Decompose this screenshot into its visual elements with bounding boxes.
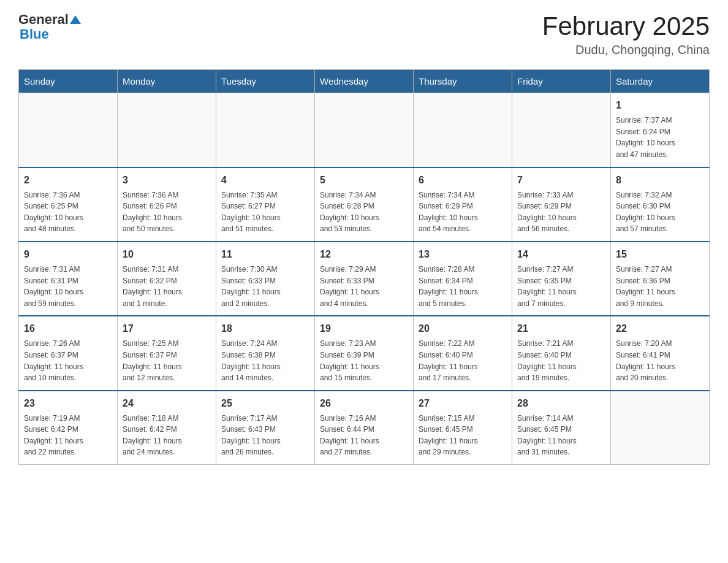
day-number: 17 <box>123 321 211 336</box>
calendar-day-cell: 16Sunrise: 7:26 AM Sunset: 6:37 PM Dayli… <box>19 316 118 390</box>
day-number: 15 <box>616 247 704 262</box>
day-number: 22 <box>616 321 704 336</box>
calendar-subtitle: Dudu, Chongqing, China <box>542 43 710 57</box>
day-number: 2 <box>24 173 112 188</box>
calendar-header-friday: Friday <box>512 70 611 93</box>
day-number: 9 <box>24 247 112 262</box>
day-info: Sunrise: 7:16 AM Sunset: 6:44 PM Dayligh… <box>320 413 408 458</box>
day-number: 11 <box>221 247 309 262</box>
day-info: Sunrise: 7:36 AM Sunset: 6:25 PM Dayligh… <box>24 190 112 235</box>
calendar-header-monday: Monday <box>118 70 216 93</box>
calendar-day-cell: 9Sunrise: 7:31 AM Sunset: 6:31 PM Daylig… <box>19 242 118 316</box>
calendar-header-row: SundayMondayTuesdayWednesdayThursdayFrid… <box>19 70 710 93</box>
calendar-day-cell: 5Sunrise: 7:34 AM Sunset: 6:28 PM Daylig… <box>315 167 414 242</box>
day-info: Sunrise: 7:30 AM Sunset: 6:33 PM Dayligh… <box>221 264 309 309</box>
day-info: Sunrise: 7:27 AM Sunset: 6:36 PM Dayligh… <box>616 264 704 309</box>
day-number: 25 <box>221 396 309 411</box>
calendar-week-row: 1Sunrise: 7:37 AM Sunset: 6:24 PM Daylig… <box>19 93 710 167</box>
logo-triangle-icon <box>70 15 81 24</box>
calendar-day-cell: 26Sunrise: 7:16 AM Sunset: 6:44 PM Dayli… <box>315 391 414 465</box>
logo-general-text: General <box>18 12 69 27</box>
day-info: Sunrise: 7:36 AM Sunset: 6:26 PM Dayligh… <box>123 190 211 235</box>
calendar-header-thursday: Thursday <box>414 70 512 93</box>
calendar-day-cell: 10Sunrise: 7:31 AM Sunset: 6:32 PM Dayli… <box>118 242 216 316</box>
day-info: Sunrise: 7:29 AM Sunset: 6:33 PM Dayligh… <box>320 264 408 309</box>
day-number: 21 <box>517 321 605 336</box>
day-info: Sunrise: 7:32 AM Sunset: 6:30 PM Dayligh… <box>616 190 704 235</box>
day-number: 26 <box>320 396 408 411</box>
calendar-week-row: 16Sunrise: 7:26 AM Sunset: 6:37 PM Dayli… <box>19 316 710 390</box>
calendar-day-cell: 18Sunrise: 7:24 AM Sunset: 6:38 PM Dayli… <box>216 316 315 390</box>
calendar-day-cell: 13Sunrise: 7:28 AM Sunset: 6:34 PM Dayli… <box>414 242 512 316</box>
calendar-day-cell <box>512 93 611 167</box>
day-number: 5 <box>320 173 408 188</box>
calendar-day-cell: 14Sunrise: 7:27 AM Sunset: 6:35 PM Dayli… <box>512 242 611 316</box>
calendar-day-cell <box>19 93 118 167</box>
calendar-day-cell: 6Sunrise: 7:34 AM Sunset: 6:29 PM Daylig… <box>414 167 512 242</box>
logo: General Blue <box>18 12 81 42</box>
day-number: 1 <box>616 98 704 113</box>
calendar-day-cell: 21Sunrise: 7:21 AM Sunset: 6:40 PM Dayli… <box>512 316 611 390</box>
calendar-day-cell: 1Sunrise: 7:37 AM Sunset: 6:24 PM Daylig… <box>611 93 710 167</box>
day-info: Sunrise: 7:20 AM Sunset: 6:41 PM Dayligh… <box>616 338 704 383</box>
day-number: 16 <box>24 321 112 336</box>
day-number: 27 <box>419 396 507 411</box>
day-info: Sunrise: 7:17 AM Sunset: 6:43 PM Dayligh… <box>221 413 309 458</box>
calendar-day-cell: 8Sunrise: 7:32 AM Sunset: 6:30 PM Daylig… <box>611 167 710 242</box>
day-info: Sunrise: 7:26 AM Sunset: 6:37 PM Dayligh… <box>24 338 112 383</box>
day-info: Sunrise: 7:34 AM Sunset: 6:29 PM Dayligh… <box>419 190 507 235</box>
day-info: Sunrise: 7:23 AM Sunset: 6:39 PM Dayligh… <box>320 338 408 383</box>
calendar-title: February 2025 <box>542 12 710 40</box>
calendar-day-cell: 24Sunrise: 7:18 AM Sunset: 6:42 PM Dayli… <box>118 391 216 465</box>
day-number: 13 <box>419 247 507 262</box>
title-section: February 2025 Dudu, Chongqing, China <box>542 12 710 57</box>
day-number: 19 <box>320 321 408 336</box>
day-number: 20 <box>419 321 507 336</box>
day-number: 24 <box>123 396 211 411</box>
calendar-day-cell: 20Sunrise: 7:22 AM Sunset: 6:40 PM Dayli… <box>414 316 512 390</box>
day-number: 28 <box>517 396 605 411</box>
calendar-day-cell: 15Sunrise: 7:27 AM Sunset: 6:36 PM Dayli… <box>611 242 710 316</box>
calendar-day-cell: 23Sunrise: 7:19 AM Sunset: 6:42 PM Dayli… <box>19 391 118 465</box>
calendar-day-cell: 25Sunrise: 7:17 AM Sunset: 6:43 PM Dayli… <box>216 391 315 465</box>
day-info: Sunrise: 7:35 AM Sunset: 6:27 PM Dayligh… <box>221 190 309 235</box>
day-info: Sunrise: 7:19 AM Sunset: 6:42 PM Dayligh… <box>24 413 112 458</box>
logo-blue-text: Blue <box>20 27 81 42</box>
calendar-week-row: 23Sunrise: 7:19 AM Sunset: 6:42 PM Dayli… <box>19 391 710 465</box>
calendar-week-row: 9Sunrise: 7:31 AM Sunset: 6:31 PM Daylig… <box>19 242 710 316</box>
day-number: 18 <box>221 321 309 336</box>
calendar-day-cell: 27Sunrise: 7:15 AM Sunset: 6:45 PM Dayli… <box>414 391 512 465</box>
day-info: Sunrise: 7:21 AM Sunset: 6:40 PM Dayligh… <box>517 338 605 383</box>
calendar-header-tuesday: Tuesday <box>216 70 315 93</box>
calendar-week-row: 2Sunrise: 7:36 AM Sunset: 6:25 PM Daylig… <box>19 167 710 242</box>
day-info: Sunrise: 7:31 AM Sunset: 6:31 PM Dayligh… <box>24 264 112 309</box>
calendar-day-cell <box>216 93 315 167</box>
calendar-day-cell: 28Sunrise: 7:14 AM Sunset: 6:45 PM Dayli… <box>512 391 611 465</box>
calendar-day-cell: 19Sunrise: 7:23 AM Sunset: 6:39 PM Dayli… <box>315 316 414 390</box>
calendar-day-cell <box>118 93 216 167</box>
calendar-day-cell: 7Sunrise: 7:33 AM Sunset: 6:29 PM Daylig… <box>512 167 611 242</box>
calendar-day-cell: 2Sunrise: 7:36 AM Sunset: 6:25 PM Daylig… <box>19 167 118 242</box>
calendar-header-sunday: Sunday <box>19 70 118 93</box>
day-number: 10 <box>123 247 211 262</box>
day-number: 7 <box>517 173 605 188</box>
day-info: Sunrise: 7:34 AM Sunset: 6:28 PM Dayligh… <box>320 190 408 235</box>
calendar-day-cell <box>611 391 710 465</box>
day-number: 6 <box>419 173 507 188</box>
day-info: Sunrise: 7:24 AM Sunset: 6:38 PM Dayligh… <box>221 338 309 383</box>
calendar-table: SundayMondayTuesdayWednesdayThursdayFrid… <box>18 69 710 465</box>
day-info: Sunrise: 7:28 AM Sunset: 6:34 PM Dayligh… <box>419 264 507 309</box>
day-info: Sunrise: 7:15 AM Sunset: 6:45 PM Dayligh… <box>419 413 507 458</box>
day-number: 8 <box>616 173 704 188</box>
day-number: 4 <box>221 173 309 188</box>
day-info: Sunrise: 7:33 AM Sunset: 6:29 PM Dayligh… <box>517 190 605 235</box>
calendar-day-cell: 4Sunrise: 7:35 AM Sunset: 6:27 PM Daylig… <box>216 167 315 242</box>
day-info: Sunrise: 7:22 AM Sunset: 6:40 PM Dayligh… <box>419 338 507 383</box>
day-info: Sunrise: 7:18 AM Sunset: 6:42 PM Dayligh… <box>123 413 211 458</box>
day-info: Sunrise: 7:31 AM Sunset: 6:32 PM Dayligh… <box>123 264 211 309</box>
page-header: General Blue February 2025 Dudu, Chongqi… <box>18 12 710 57</box>
day-number: 14 <box>517 247 605 262</box>
day-info: Sunrise: 7:37 AM Sunset: 6:24 PM Dayligh… <box>616 115 704 160</box>
calendar-day-cell: 3Sunrise: 7:36 AM Sunset: 6:26 PM Daylig… <box>118 167 216 242</box>
calendar-day-cell: 22Sunrise: 7:20 AM Sunset: 6:41 PM Dayli… <box>611 316 710 390</box>
